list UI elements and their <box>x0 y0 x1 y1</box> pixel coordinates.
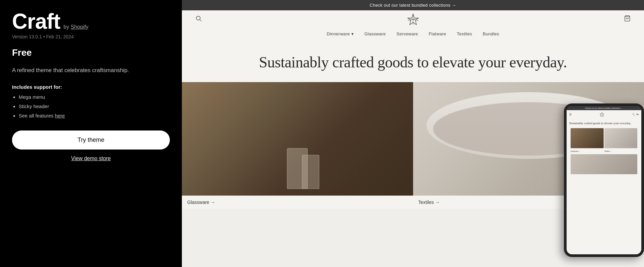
mobile-hero: Sustainably crafted goods to elevate you… <box>567 119 641 178</box>
mobile-label-textiles: Textiles → <box>604 150 637 153</box>
version-info: Version 13.0.1 • Feb 21, 2024 <box>12 34 170 39</box>
mobile-hero-title: Sustainably crafted goods to elevate you… <box>569 121 639 125</box>
right-panel: Check out our latest bundled collections… <box>182 0 644 267</box>
nav-glassware[interactable]: Glassware <box>364 31 386 36</box>
support-list: Mega menu Sticky header See all features… <box>12 93 170 121</box>
try-theme-button[interactable]: Try theme <box>12 130 170 150</box>
product-card-glassware[interactable]: Glassware → <box>182 82 413 209</box>
svg-point-0 <box>196 16 200 20</box>
nav-flatware[interactable]: Flatware <box>429 31 446 36</box>
product-label-glassware: Glassware → <box>182 196 413 209</box>
mobile-screen: Check out our latest bundled collections… <box>567 106 641 254</box>
mobile-grid-item-glassware <box>571 128 604 148</box>
view-demo-link[interactable]: View demo store <box>12 156 170 162</box>
shopify-link[interactable]: Shopify <box>71 24 88 30</box>
svg-line-1 <box>200 20 201 21</box>
list-item-features: See all features here <box>19 112 170 120</box>
product-grid: Glassware → Textiles → Check out our lat… <box>182 82 644 267</box>
search-icon[interactable] <box>195 15 202 23</box>
mobile-nav: ☰ 🔍 🛍 <box>567 110 641 119</box>
mobile-cart-icon: 🛍 <box>636 113 639 116</box>
nav-logo[interactable] <box>407 13 419 25</box>
nav-right <box>624 15 631 23</box>
support-heading: Includes support for: <box>12 84 170 90</box>
price-badge: Free <box>12 47 170 58</box>
list-item: Mega menu <box>19 93 170 101</box>
description: A refined theme that celebrates craftsma… <box>12 66 170 75</box>
glassware-image <box>182 82 413 196</box>
store-hero: Sustainably crafted goods to elevate you… <box>182 41 644 82</box>
store-nav <box>182 10 644 28</box>
mobile-announcement: Check out our latest bundled collections… <box>567 106 641 110</box>
cart-icon[interactable] <box>624 15 631 23</box>
nav-bundles[interactable]: Bundles <box>483 31 499 36</box>
by-shopify: by Shopify <box>63 24 88 30</box>
mobile-extra-image <box>571 154 637 174</box>
theme-title: Craft <box>12 11 60 32</box>
left-panel: Craft by Shopify Version 13.0.1 • Feb 21… <box>0 0 182 267</box>
list-item: Sticky header <box>19 102 170 110</box>
features-link[interactable]: here <box>55 113 65 118</box>
mobile-grid-labels: Glassware → Textiles → <box>569 150 639 153</box>
chevron-down-icon: ▾ <box>351 31 354 36</box>
mobile-menu-icon: ☰ <box>569 113 572 116</box>
mobile-device: Check out our latest bundled collections… <box>564 103 644 257</box>
nav-wrapper <box>195 15 631 23</box>
mobile-label-glassware: Glassware → <box>571 150 604 153</box>
category-nav: Dinnerware ▾ Glassware Serveware Flatwar… <box>182 28 644 41</box>
nav-serveware[interactable]: Serveware <box>396 31 418 36</box>
hero-title: Sustainably crafted goods to elevate you… <box>195 53 631 71</box>
mobile-search-icon: 🔍 <box>632 113 635 116</box>
nav-left <box>195 15 202 23</box>
mobile-device-overlay: Check out our latest bundled collections… <box>564 103 644 267</box>
announcement-bar: Check out our latest bundled collections… <box>182 0 644 10</box>
mobile-grid <box>569 128 639 148</box>
mobile-grid-item-textiles <box>604 128 637 148</box>
nav-dinnerware[interactable]: Dinnerware ▾ <box>327 31 354 36</box>
nav-textiles[interactable]: Textiles <box>457 31 472 36</box>
store-preview: Check out our latest bundled collections… <box>182 0 644 267</box>
